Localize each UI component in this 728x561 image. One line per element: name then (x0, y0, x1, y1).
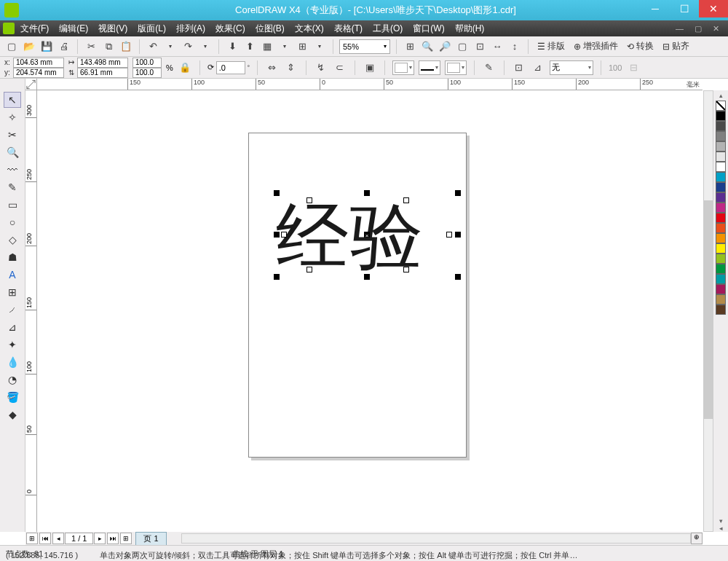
interactive-fill-tool[interactable]: ◆ (4, 407, 21, 423)
page-tab[interactable]: 页 1 (135, 532, 166, 546)
menu-table[interactable]: 表格(T) (334, 23, 363, 35)
center-marker[interactable]: × (364, 232, 370, 238)
handle-ml[interactable] (274, 232, 280, 238)
zoom-page-icon[interactable]: ▢ (455, 39, 470, 54)
print-icon[interactable]: 🖨 (57, 39, 71, 54)
redo-more-icon[interactable]: ▾ (198, 39, 213, 54)
menu-effects[interactable]: 效果(C) (215, 23, 245, 35)
publish-more-icon[interactable]: ▾ (277, 39, 292, 54)
color-swatch[interactable] (716, 172, 726, 182)
prev-page-icon[interactable]: ◂ (52, 533, 64, 544)
minimize-button[interactable]: ─ (641, 0, 670, 17)
zoom-in-icon[interactable]: 🔍 (420, 39, 435, 54)
color-swatch[interactable] (716, 294, 726, 305)
eyedropper-tool[interactable]: 💧 (4, 354, 21, 370)
crop-tool[interactable]: ✂ (4, 127, 21, 143)
color-swatch[interactable] (716, 162, 726, 172)
path-edit-icon[interactable]: ↯ (314, 60, 328, 75)
save-icon[interactable]: 💾 (39, 39, 54, 54)
color-swatch[interactable] (716, 223, 726, 233)
color-swatch[interactable] (716, 111, 726, 121)
outline-pen-icon[interactable]: ✎ (482, 60, 496, 75)
x-coord[interactable]: 104.63 mm (13, 58, 64, 68)
zoom-tool[interactable]: 🔍 (4, 144, 21, 160)
handle-bl[interactable] (274, 274, 280, 280)
palette-flyout-icon[interactable]: ◂ (719, 525, 723, 532)
color-swatch[interactable] (716, 152, 726, 162)
polygon-tool[interactable]: ◇ (4, 232, 21, 248)
vscroll-thumb[interactable] (704, 200, 713, 419)
zoom-out-icon[interactable]: 🔎 (438, 39, 452, 54)
zoom-width-icon[interactable]: ↔ (490, 39, 505, 54)
smart-fill-tool[interactable]: ✎ (4, 179, 21, 195)
scale-outline-icon[interactable]: ⊿ (531, 60, 545, 75)
color-swatch[interactable] (716, 203, 726, 213)
connector-tool[interactable]: ⊿ (4, 319, 21, 335)
pick-tool[interactable]: ↖ (4, 92, 21, 108)
handle-mr[interactable] (455, 232, 461, 238)
horizontal-scrollbar[interactable] (181, 533, 691, 544)
zoom-level[interactable]: 55%▾ (339, 39, 390, 54)
close-button[interactable]: ✕ (699, 0, 728, 17)
shape-tool[interactable]: ✧ (4, 109, 21, 125)
layout-button[interactable]: ☰ 排版 (534, 39, 568, 54)
cut-icon[interactable]: ✂ (84, 39, 98, 54)
align-button[interactable]: ⊟ 贴齐 (660, 39, 692, 54)
zoom-height-icon[interactable]: ↕ (507, 39, 522, 54)
add-page-after-icon[interactable]: ⊞ (120, 533, 132, 544)
menu-view[interactable]: 视图(V) (98, 23, 127, 35)
line-style-dd[interactable]: ▾ (419, 60, 440, 75)
rectangle-tool[interactable]: ▭ (4, 197, 21, 213)
color-swatch[interactable] (716, 233, 726, 243)
color-swatch[interactable] (716, 284, 726, 294)
menu-bitmap[interactable]: 位图(B) (256, 23, 285, 35)
menu-layout[interactable]: 版面(L) (138, 23, 166, 35)
menu-text[interactable]: 文本(X) (295, 23, 324, 35)
dimension-tool[interactable]: ⟋ (4, 302, 21, 318)
last-page-icon[interactable]: ⏭ (107, 533, 119, 544)
mirror-v-icon[interactable]: ⇕ (284, 60, 298, 75)
copy-icon[interactable]: ⧉ (101, 39, 116, 54)
color-swatch[interactable] (716, 213, 726, 223)
node-3[interactable] (281, 232, 287, 238)
node-5[interactable] (306, 267, 312, 272)
basic-shapes-tool[interactable]: ☗ (4, 249, 21, 265)
handle-bc[interactable] (364, 274, 370, 280)
ellipse-tool[interactable]: ○ (4, 214, 21, 230)
line-start-dd[interactable]: ▾ (392, 60, 414, 75)
node-6[interactable] (403, 267, 409, 272)
snap-icon[interactable]: ⊞ (403, 39, 417, 54)
outline-tool[interactable]: ◔ (4, 372, 21, 388)
ruler-origin[interactable] (25, 79, 37, 90)
wrap-text-icon[interactable]: ▣ (363, 60, 377, 75)
palette-down-icon[interactable]: ▾ (719, 517, 723, 525)
publish-icon[interactable]: ▦ (260, 39, 274, 54)
menu-arrange[interactable]: 排列(A) (176, 23, 205, 35)
undo-icon[interactable]: ↶ (146, 39, 160, 54)
vertical-scrollbar[interactable] (703, 90, 713, 532)
menu-help[interactable]: 帮助(H) (455, 23, 485, 35)
height-field[interactable]: 66.91 mm (77, 68, 128, 78)
no-color-swatch[interactable] (716, 101, 726, 111)
plugin-button[interactable]: ⊕ 增强插件 (571, 39, 621, 54)
next-page-icon[interactable]: ▸ (94, 533, 106, 544)
behind-fill-icon[interactable]: ⊡ (512, 60, 526, 75)
color-swatch[interactable] (716, 121, 726, 131)
page-counter[interactable]: 1 / 1 (65, 533, 93, 544)
line-end-dd[interactable]: ▾ (445, 60, 467, 75)
lock-ratio-icon[interactable]: 🔒 (178, 60, 192, 75)
text-tool[interactable]: A (4, 267, 21, 283)
mirror-h-icon[interactable]: ⇔ (265, 60, 280, 75)
ruler-horizontal[interactable]: 毫米 15010050050100150200250300 (25, 79, 703, 90)
color-swatch[interactable] (716, 264, 726, 274)
node-4[interactable] (446, 232, 452, 238)
zoom-fit-icon[interactable]: ⊡ (472, 39, 487, 54)
color-swatch[interactable] (716, 141, 726, 152)
new-icon[interactable]: ▢ (4, 39, 19, 54)
path-close-icon[interactable]: ⊂ (333, 60, 347, 75)
interactive-tool[interactable]: ✦ (4, 337, 21, 353)
undo-more-icon[interactable]: ▾ (163, 39, 178, 54)
palette-up-icon[interactable]: ▴ (719, 92, 723, 99)
menu-tools[interactable]: 工具(O) (373, 23, 403, 35)
mdi-controls[interactable]: — ▢ ✕ (676, 24, 724, 34)
